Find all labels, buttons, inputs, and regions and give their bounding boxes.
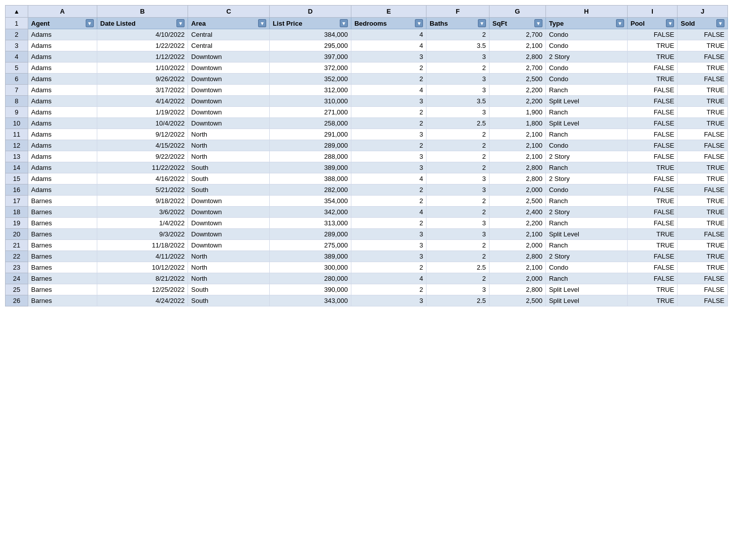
cell-sqft: 2,800 <box>489 162 545 173</box>
filter-btn-bedrooms[interactable]: ▼ <box>415 19 423 27</box>
cell-date: 4/14/2022 <box>97 96 188 107</box>
cell-sold: FALSE <box>678 129 728 140</box>
cell-sqft: 2,000 <box>489 240 545 251</box>
cell-date: 1/19/2022 <box>97 107 188 118</box>
cell-sqft: 2,800 <box>489 251 545 262</box>
col-letter-c: C <box>188 6 270 18</box>
filter-btn-agent[interactable]: ▼ <box>86 19 94 27</box>
cell-type: Condo <box>545 63 627 74</box>
cell-date: 5/21/2022 <box>97 184 188 196</box>
cell-sold: TRUE <box>678 207 728 218</box>
cell-sold: FALSE <box>678 151 728 162</box>
cell-beds: 3 <box>351 129 426 140</box>
cell-area: Downtown <box>188 96 270 107</box>
cell-price: 388,000 <box>270 173 351 184</box>
cell-baths: 2 <box>426 162 490 173</box>
cell-type: Ranch <box>545 240 627 251</box>
row-num-cell: 12 <box>6 140 28 151</box>
filter-btn-pool[interactable]: ▼ <box>666 19 674 27</box>
table-row: 11Adams9/12/2022North291,000322,100Ranch… <box>6 129 728 140</box>
cell-baths: 2 <box>426 151 490 162</box>
cell-pool: TRUE <box>627 229 678 240</box>
row-num-cell: 24 <box>6 273 28 284</box>
row-num-cell: 23 <box>6 262 28 273</box>
cell-date: 4/11/2022 <box>97 251 188 262</box>
cell-date: 10/4/2022 <box>97 118 188 129</box>
cell-sqft: 1,900 <box>489 107 545 118</box>
cell-sold: TRUE <box>678 240 728 251</box>
cell-pool: FALSE <box>627 173 678 184</box>
cell-pool: FALSE <box>627 151 678 162</box>
cell-price: 389,000 <box>270 162 351 173</box>
cell-type: Ranch <box>545 107 627 118</box>
cell-sold: TRUE <box>678 262 728 273</box>
cell-date: 9/12/2022 <box>97 129 188 140</box>
filter-btn-sold[interactable]: ▼ <box>716 19 724 27</box>
cell-price: 352,000 <box>270 74 351 85</box>
cell-price: 384,000 <box>270 29 351 40</box>
cell-agent: Adams <box>28 74 97 85</box>
cell-sqft: 2,100 <box>489 129 545 140</box>
cell-area: South <box>188 184 270 196</box>
cell-type: 2 Story <box>545 251 627 262</box>
filter-btn-baths[interactable]: ▼ <box>478 19 486 27</box>
cell-date: 1/10/2022 <box>97 63 188 74</box>
cell-pool: FALSE <box>627 262 678 273</box>
table-row: 20Barnes9/3/2022Downtown289,000332,100Sp… <box>6 229 728 240</box>
cell-area: Central <box>188 40 270 51</box>
filter-btn-area[interactable]: ▼ <box>258 19 266 27</box>
cell-pool: FALSE <box>627 118 678 129</box>
cell-agent: Barnes <box>28 196 97 207</box>
filter-btn-date-listed[interactable]: ▼ <box>176 19 185 27</box>
cell-sqft: 2,100 <box>489 262 545 273</box>
cell-pool: TRUE <box>627 295 678 306</box>
cell-type: Split Level <box>545 229 627 240</box>
header-agent-label: Agent <box>31 20 50 27</box>
cell-area: Downtown <box>188 107 270 118</box>
data-table: ▲ A B C D E F G H I J 1 A <box>5 5 728 306</box>
cell-area: Downtown <box>188 218 270 229</box>
table-row: 13Adams9/22/2022North288,000322,1002 Sto… <box>6 151 728 162</box>
cell-beds: 2 <box>351 140 426 151</box>
table-row: 21Barnes11/18/2022Downtown275,000322,000… <box>6 240 728 251</box>
header-area-label: Area <box>191 20 206 27</box>
cell-beds: 2 <box>351 196 426 207</box>
cell-price: 295,000 <box>270 40 351 51</box>
cell-agent: Adams <box>28 118 97 129</box>
cell-pool: TRUE <box>627 240 678 251</box>
cell-area: Downtown <box>188 85 270 96</box>
cell-date: 9/22/2022 <box>97 151 188 162</box>
filter-btn-type[interactable]: ▼ <box>616 19 624 27</box>
cell-date: 9/26/2022 <box>97 74 188 85</box>
header-sold-label: Sold <box>681 20 695 27</box>
filter-btn-list-price[interactable]: ▼ <box>340 19 348 27</box>
cell-sqft: 2,200 <box>489 218 545 229</box>
cell-beds: 4 <box>351 173 426 184</box>
cell-date: 4/24/2022 <box>97 295 188 306</box>
cell-pool: TRUE <box>627 51 678 63</box>
cell-area: North <box>188 151 270 162</box>
cell-sold: TRUE <box>678 40 728 51</box>
cell-area: Central <box>188 29 270 40</box>
cell-area: North <box>188 129 270 140</box>
cell-baths: 2 <box>426 273 490 284</box>
cell-baths: 2 <box>426 129 490 140</box>
cell-pool: FALSE <box>627 218 678 229</box>
header-pool-label: Pool <box>631 20 645 27</box>
table-row: 9Adams1/19/2022Downtown271,000231,900Ran… <box>6 107 728 118</box>
cell-pool: TRUE <box>627 196 678 207</box>
cell-agent: Barnes <box>28 251 97 262</box>
table-row: 24Barnes8/21/2022North280,000422,000Ranc… <box>6 273 728 284</box>
cell-baths: 2 <box>426 196 490 207</box>
header-list-price: List Price ▼ <box>270 18 351 29</box>
filter-btn-sqft[interactable]: ▼ <box>534 19 542 27</box>
cell-sold: TRUE <box>678 173 728 184</box>
row-num-cell: 22 <box>6 251 28 262</box>
cell-area: Downtown <box>188 229 270 240</box>
cell-agent: Adams <box>28 51 97 63</box>
cell-beds: 4 <box>351 273 426 284</box>
cell-pool: FALSE <box>627 129 678 140</box>
cell-agent: Barnes <box>28 229 97 240</box>
cell-price: 291,000 <box>270 129 351 140</box>
cell-type: Condo <box>545 40 627 51</box>
